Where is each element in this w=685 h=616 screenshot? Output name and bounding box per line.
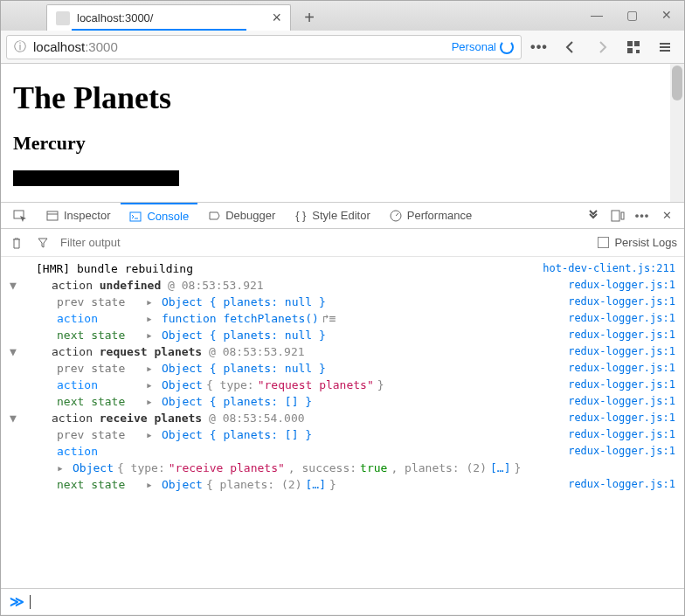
minimize-button[interactable]: — — [586, 4, 607, 25]
source-link[interactable]: redux-logger.js:1 — [568, 412, 675, 424]
source-link[interactable]: redux-logger.js:1 — [568, 345, 675, 357]
svg-rect-10 — [612, 211, 619, 221]
svg-line-9 — [396, 213, 398, 216]
devtools-more-tabs[interactable] — [585, 207, 602, 225]
log-text: [HMR] bundle rebuilding — [36, 262, 193, 275]
maximize-button[interactable]: ▢ — [621, 4, 642, 25]
info-icon[interactable]: ⓘ — [14, 39, 26, 55]
window-buttons: — ▢ ✕ — [586, 4, 677, 25]
expand-icon[interactable]: ▸ — [146, 295, 158, 308]
filter-icon[interactable] — [34, 234, 52, 252]
console-prompt[interactable]: ≫ — [1, 588, 684, 614]
source-link[interactable]: redux-logger.js:1 — [568, 362, 675, 374]
expand-icon[interactable]: ▸ — [146, 428, 158, 441]
page-scrollbar[interactable] — [670, 64, 684, 202]
image-placeholder — [13, 170, 179, 186]
expand-icon[interactable]: ▸ — [146, 395, 158, 408]
page-actions-button[interactable]: ••• — [525, 34, 553, 60]
tab-active-indicator — [72, 29, 246, 31]
expand-icon[interactable]: ▸ — [146, 329, 158, 342]
new-tab-button[interactable]: + — [296, 4, 322, 31]
page-content: The Planets Mercury — [1, 64, 684, 202]
browser-tabbar: localhost:3000/ × + — ▢ ✕ — [1, 1, 684, 31]
library-button[interactable] — [619, 34, 647, 60]
checkbox-icon — [598, 237, 609, 248]
source-link[interactable]: redux-logger.js:1 — [568, 312, 675, 324]
svg-rect-5 — [47, 211, 58, 220]
devtools-dock-button[interactable] — [609, 207, 626, 225]
pick-element-button[interactable] — [4, 203, 36, 228]
svg-rect-1 — [634, 41, 640, 46]
favicon — [56, 11, 70, 25]
swirl-icon — [500, 40, 514, 54]
tab-inspector[interactable]: Inspector — [38, 203, 119, 228]
svg-rect-7 — [130, 212, 141, 221]
expand-icon[interactable]: ▸ — [146, 378, 158, 391]
svg-rect-3 — [636, 50, 640, 53]
tab-console[interactable]: Console — [121, 203, 197, 228]
source-link[interactable]: redux-logger.js:1 — [568, 428, 675, 440]
expand-icon[interactable]: ▸ — [57, 461, 69, 474]
collapse-icon[interactable]: ▼ — [10, 279, 22, 292]
collapse-icon[interactable]: ▼ — [10, 345, 22, 358]
collapse-icon[interactable]: ▼ — [10, 412, 22, 425]
expand-icon[interactable]: ▸ — [146, 362, 158, 375]
source-link[interactable]: hot-dev-client.js:211 — [543, 262, 675, 274]
svg-rect-0 — [627, 41, 633, 46]
address-bar: ⓘ localhost:3000 Personal ••• — [1, 31, 684, 64]
devtools-panel: Inspector Console Debugger { } Style Edi… — [1, 202, 684, 614]
performance-icon — [390, 210, 402, 222]
text-cursor — [30, 595, 31, 609]
style-icon: { } — [294, 210, 307, 222]
expand-icon[interactable]: ▸ — [146, 478, 158, 491]
source-link[interactable]: redux-logger.js:1 — [568, 445, 675, 457]
inspector-icon — [46, 210, 59, 222]
source-link[interactable]: redux-logger.js:1 — [568, 295, 675, 308]
tab-debugger[interactable]: Debugger — [199, 203, 284, 228]
source-link[interactable]: redux-logger.js:1 — [568, 329, 675, 341]
url-text: localhost:3000 — [33, 39, 445, 54]
page-h2: Mercury — [13, 132, 672, 155]
debugger-icon — [208, 210, 220, 222]
source-link[interactable]: redux-logger.js:1 — [568, 478, 675, 490]
expand-icon[interactable]: ▸ — [146, 312, 158, 325]
close-window-button[interactable]: ✕ — [656, 4, 677, 25]
page-h1: The Planets — [13, 80, 672, 116]
clear-console-button[interactable] — [8, 234, 25, 252]
source-link[interactable]: redux-logger.js:1 — [568, 279, 675, 291]
console-output[interactable]: [HMR] bundle rebuildinghot-dev-client.js… — [1, 257, 684, 588]
devtools-close-button[interactable]: ✕ — [658, 207, 675, 225]
forward-button — [588, 34, 616, 60]
tab-performance[interactable]: Performance — [381, 203, 481, 228]
url-box[interactable]: ⓘ localhost:3000 Personal — [6, 35, 522, 59]
devtools-options-button[interactable]: ••• — [633, 207, 651, 225]
browser-tab[interactable]: localhost:3000/ × — [46, 4, 291, 31]
tab-style-editor[interactable]: { } Style Editor — [286, 203, 378, 228]
tab-title: localhost:3000/ — [77, 11, 272, 24]
devtools-tabbar: Inspector Console Debugger { } Style Edi… — [1, 203, 684, 229]
prompt-icon: ≫ — [10, 593, 24, 610]
close-tab-icon[interactable]: × — [272, 9, 281, 27]
source-link[interactable]: redux-logger.js:1 — [568, 378, 675, 391]
svg-rect-11 — [621, 212, 624, 219]
svg-rect-2 — [627, 48, 633, 53]
source-link[interactable]: redux-logger.js:1 — [568, 395, 675, 407]
filter-input[interactable] — [60, 236, 589, 249]
persist-logs-toggle[interactable]: Persist Logs — [598, 236, 677, 249]
console-toolbar: Persist Logs — [1, 229, 684, 257]
console-icon — [129, 211, 142, 223]
container-label[interactable]: Personal — [452, 40, 514, 54]
back-button[interactable] — [557, 34, 585, 60]
menu-button[interactable] — [651, 34, 679, 60]
